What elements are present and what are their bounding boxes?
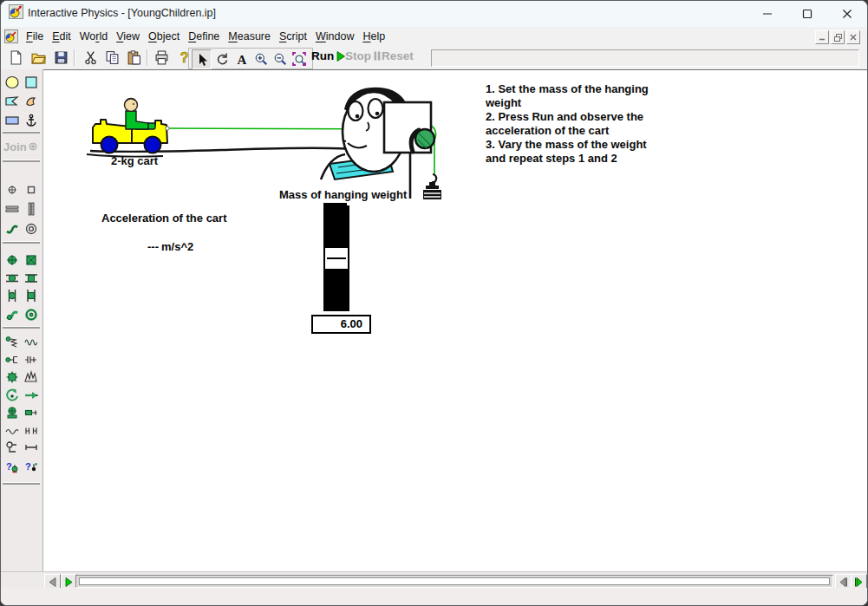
square-in-vertical-slot-tool[interactable] bbox=[23, 288, 40, 303]
zoom-out-tool[interactable] bbox=[271, 49, 289, 68]
reset-label: Reset bbox=[382, 49, 414, 62]
window-title: Interactive Physics - [YoungChildren.ip] bbox=[28, 7, 216, 19]
menu-help[interactable]: Help bbox=[362, 30, 385, 42]
anchor-tool[interactable] bbox=[23, 113, 40, 128]
polygon-body-tool[interactable] bbox=[3, 94, 21, 109]
tape-track[interactable] bbox=[75, 575, 833, 588]
mdi-restore-button[interactable] bbox=[831, 30, 845, 44]
torsion-spring-tool[interactable] bbox=[3, 369, 21, 385]
copy-button[interactable] bbox=[102, 49, 121, 67]
rider bbox=[125, 99, 149, 130]
circle-body-tool[interactable] bbox=[3, 75, 21, 90]
rectangle-body-tool[interactable] bbox=[3, 113, 21, 128]
menu-window[interactable]: Window bbox=[316, 30, 354, 42]
rigid-joint-tool[interactable] bbox=[23, 252, 40, 268]
separator-tool[interactable] bbox=[23, 423, 40, 439]
print-button[interactable] bbox=[152, 49, 171, 67]
menu-world[interactable]: World bbox=[80, 30, 108, 42]
pin-joint-tool[interactable] bbox=[3, 252, 21, 268]
reset-button[interactable]: Reset bbox=[382, 49, 414, 62]
string-attachment-point bbox=[166, 127, 169, 130]
pin-in-horizontal-slot-tool[interactable] bbox=[3, 270, 21, 286]
tool-palette: Join bbox=[1, 69, 43, 571]
menu-script[interactable]: Script bbox=[279, 30, 307, 42]
gear-tool[interactable] bbox=[23, 369, 40, 385]
front-wheel bbox=[145, 137, 161, 153]
close-button[interactable] bbox=[827, 1, 867, 27]
maximize-button[interactable] bbox=[787, 1, 827, 27]
menu-file[interactable]: File bbox=[26, 30, 43, 42]
simulation-scene bbox=[43, 70, 867, 571]
rod-tool[interactable] bbox=[23, 440, 40, 455]
stop-button[interactable]: Stop bbox=[345, 49, 381, 62]
curved-slot-tool[interactable] bbox=[3, 221, 21, 237]
menu-edit[interactable]: Edit bbox=[52, 30, 71, 42]
save-button[interactable] bbox=[51, 49, 70, 67]
meter-unit: m/s^2 bbox=[161, 240, 193, 253]
mdi-close-button[interactable] bbox=[846, 30, 860, 44]
square-in-horizontal-slot-tool[interactable] bbox=[23, 270, 40, 286]
actuator-tool[interactable] bbox=[23, 405, 40, 420]
select-arrow-tool[interactable] bbox=[192, 49, 212, 69]
mass-slider[interactable] bbox=[323, 203, 349, 311]
curved-slot-joint-tool[interactable] bbox=[3, 307, 21, 323]
menu-define[interactable]: Define bbox=[188, 30, 219, 42]
rope-tool[interactable] bbox=[23, 335, 40, 350]
mass-value-box[interactable]: 6.00 bbox=[311, 315, 371, 334]
workspace-canvas[interactable]: 1. Set the mass of the hanging weight 2.… bbox=[43, 69, 867, 572]
mass-slider-thumb[interactable] bbox=[323, 246, 349, 270]
cut-button[interactable] bbox=[81, 49, 100, 67]
mdi-minimize-button[interactable] bbox=[815, 30, 829, 44]
torque-tool[interactable] bbox=[3, 388, 21, 403]
pin-in-vertical-slot-tool[interactable] bbox=[3, 288, 21, 303]
pulley-tool[interactable] bbox=[3, 440, 21, 455]
menubar: File Edit World View Object Define Measu… bbox=[1, 27, 867, 47]
meter-tool[interactable]: ? bbox=[23, 459, 40, 475]
new-button[interactable] bbox=[6, 49, 25, 67]
cart-label: 2-kg cart bbox=[111, 154, 158, 168]
motor-tool[interactable] bbox=[3, 405, 21, 420]
force-tool[interactable] bbox=[23, 388, 40, 403]
rotate-tool[interactable] bbox=[212, 49, 231, 68]
paste-button[interactable] bbox=[124, 49, 143, 67]
zoom-in-tool[interactable] bbox=[251, 49, 270, 68]
closed-slot-tool[interactable] bbox=[23, 221, 40, 237]
meter-label: Acceleration of the cart bbox=[101, 212, 227, 225]
damper-tool[interactable] bbox=[3, 352, 21, 368]
menu-object[interactable]: Object bbox=[148, 30, 179, 42]
horizontal-slot-tool[interactable] bbox=[3, 201, 21, 217]
menu-measure[interactable]: Measure bbox=[228, 30, 271, 42]
curved-body-tool[interactable] bbox=[23, 94, 40, 109]
open-button[interactable] bbox=[29, 49, 48, 67]
square-body-tool[interactable] bbox=[23, 75, 40, 90]
zoom-selection-tool[interactable] bbox=[290, 49, 308, 68]
meter-readout: ---m/s^2 bbox=[147, 240, 196, 253]
cart[interactable] bbox=[93, 99, 169, 153]
pulley[interactable] bbox=[415, 129, 434, 148]
stop-label: Stop bbox=[345, 49, 371, 62]
join-button[interactable]: Join bbox=[3, 139, 40, 154]
spring-tool[interactable] bbox=[3, 335, 21, 350]
vertical-slot-tool[interactable] bbox=[23, 201, 40, 217]
square-point-element-tool[interactable] bbox=[23, 182, 40, 198]
text-tool[interactable]: A bbox=[232, 49, 251, 68]
minimize-button[interactable] bbox=[747, 1, 787, 27]
svg-text:?: ? bbox=[6, 461, 12, 472]
menu-view[interactable]: View bbox=[116, 30, 140, 42]
document-icon[interactable] bbox=[4, 29, 18, 43]
titlebar: Interactive Physics - [YoungChildren.ip] bbox=[1, 1, 867, 27]
pause-icon bbox=[374, 51, 381, 61]
run-label: Run bbox=[311, 49, 334, 62]
curved-rope-tool[interactable] bbox=[3, 423, 21, 439]
force-meter-tool[interactable]: ? bbox=[3, 459, 21, 475]
play-icon bbox=[336, 51, 345, 62]
closed-slot-joint-tool[interactable] bbox=[23, 307, 40, 323]
spring-damper-tool[interactable] bbox=[23, 352, 40, 368]
svg-text:?: ? bbox=[25, 461, 31, 472]
child-picture bbox=[321, 88, 431, 199]
toolbar: ? A Run bbox=[1, 46, 867, 70]
run-button[interactable]: Run bbox=[311, 49, 345, 62]
join-icon bbox=[29, 142, 37, 151]
point-element-tool[interactable] bbox=[3, 182, 21, 198]
hanging-weight[interactable] bbox=[423, 174, 441, 199]
